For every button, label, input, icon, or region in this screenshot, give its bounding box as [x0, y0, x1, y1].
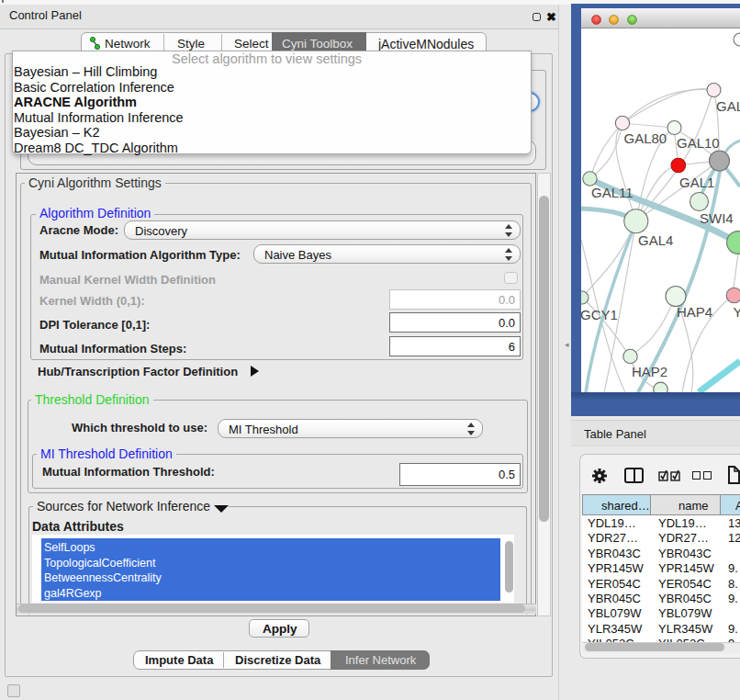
- svg-text:GAL11: GAL11: [591, 185, 633, 200]
- svg-text:GAL10: GAL10: [677, 135, 720, 151]
- svg-text:GAL1: GAL1: [679, 175, 714, 190]
- svg-text:HAP2: HAP2: [632, 364, 667, 379]
- svg-text:GAL80: GAL80: [624, 130, 667, 146]
- svg-text:GAL4: GAL4: [638, 232, 673, 248]
- svg-text:GCY1: GCY1: [581, 307, 618, 322]
- svg-text:SWI4: SWI4: [700, 210, 734, 226]
- svg-text:HAP4: HAP4: [677, 304, 712, 320]
- svg-text:Y: Y: [734, 304, 740, 320]
- svg-text:GAL7: GAL7: [716, 98, 740, 114]
